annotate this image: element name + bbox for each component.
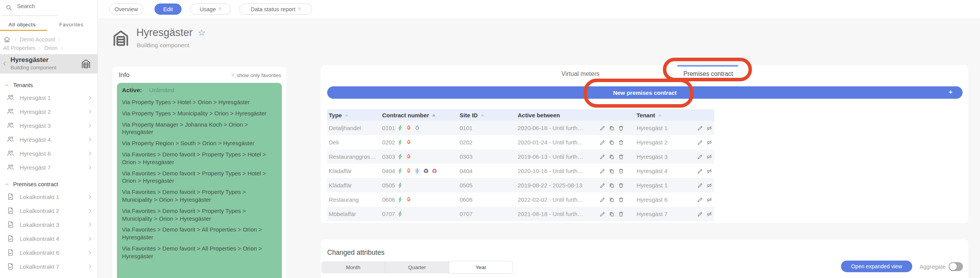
- sidebar-selected-item[interactable]: Hyresgäster Building component: [0, 54, 98, 74]
- chevron-right-icon[interactable]: [88, 151, 93, 156]
- sidebar-item-hyresgast-4[interactable]: Hyresgäst 4: [0, 132, 98, 146]
- chevron-right-icon[interactable]: [88, 222, 93, 227]
- tab-all-objects[interactable]: All objects: [9, 22, 36, 27]
- trash-icon[interactable]: [618, 182, 624, 189]
- pencil-icon[interactable]: [599, 197, 606, 203]
- trash-icon[interactable]: [618, 211, 624, 217]
- aggregate-toggle[interactable]: [949, 262, 963, 271]
- breadcrumb-all-properties[interactable]: All Properties: [3, 45, 35, 52]
- column-header-tenant[interactable]: Tenant: [637, 109, 662, 121]
- pencil-icon[interactable]: [599, 168, 606, 174]
- sidebar-item-lokalkontrakt-1[interactable]: Lokalkontrakt 1: [0, 190, 98, 204]
- pencil-icon[interactable]: [599, 154, 606, 160]
- unlink-icon[interactable]: [706, 154, 712, 160]
- unlink-icon[interactable]: [706, 182, 712, 189]
- copy-icon[interactable]: [609, 168, 615, 174]
- unlink-icon[interactable]: [706, 211, 712, 217]
- column-header-type[interactable]: Type: [329, 109, 349, 121]
- unlink-icon[interactable]: [706, 125, 712, 131]
- sort-icon[interactable]: [658, 113, 662, 117]
- column-header-contract-number[interactable]: Contract number: [382, 109, 436, 121]
- type-cell: Restauranggros…: [329, 149, 381, 164]
- sidebar-item-hyresgast-7[interactable]: Hyresgäst 7: [0, 160, 98, 174]
- section-header-tenants[interactable]: Tenants: [0, 80, 98, 91]
- usage-button[interactable]: Usage ▽: [190, 3, 231, 15]
- sidebar-item-lokalkontrakt-4[interactable]: Lokalkontrakt 4: [0, 232, 98, 245]
- chevron-right-icon[interactable]: [88, 165, 93, 170]
- copy-icon[interactable]: [609, 139, 615, 146]
- pencil-icon[interactable]: [697, 182, 703, 189]
- copy-icon[interactable]: [609, 211, 615, 217]
- chevron-right-icon[interactable]: [88, 264, 93, 269]
- info-panel-title: Info: [119, 71, 130, 79]
- unlink-icon[interactable]: [706, 168, 712, 174]
- period-year[interactable]: Year: [449, 261, 513, 273]
- pencil-icon[interactable]: [599, 125, 606, 131]
- sort-icon[interactable]: [432, 113, 436, 117]
- pencil-icon[interactable]: [599, 182, 606, 189]
- tab-premises-contract[interactable]: Premises contract: [644, 65, 772, 83]
- chevron-right-icon: [38, 46, 42, 50]
- trash-icon[interactable]: [618, 125, 624, 131]
- copy-icon[interactable]: [609, 197, 615, 203]
- sidebar-item-hyresgast-2[interactable]: Hyresgäst 2: [0, 105, 98, 118]
- table-row: Möbelaffär 0707 0707 2021-08-18 - Until …: [327, 207, 714, 221]
- pencil-icon[interactable]: [599, 211, 606, 217]
- trash-icon[interactable]: [618, 197, 624, 203]
- chevron-right-icon[interactable]: [88, 194, 93, 199]
- people-icon: [6, 107, 15, 116]
- chevron-right-icon[interactable]: [88, 236, 93, 241]
- sidebar-item-lokalkontrakt-2[interactable]: Lokalkontrakt 2: [0, 204, 98, 218]
- chevron-right-icon[interactable]: [88, 123, 93, 128]
- trash-icon[interactable]: [618, 139, 624, 146]
- search-input[interactable]: [17, 3, 87, 9]
- period-quarter[interactable]: Quarter: [385, 261, 449, 273]
- pencil-icon[interactable]: [697, 168, 703, 174]
- open-expanded-view-button[interactable]: Open expanded view: [841, 261, 912, 272]
- section-header-premises-contract[interactable]: Premises contract: [0, 179, 98, 190]
- copy-icon[interactable]: [609, 125, 615, 131]
- sort-icon[interactable]: [345, 113, 349, 117]
- sidebar-item-hyresgast-6[interactable]: Hyresgäst 6: [0, 146, 98, 160]
- home-icon[interactable]: [3, 36, 11, 43]
- unlink-icon[interactable]: [706, 139, 712, 146]
- chevron-right-icon[interactable]: [88, 109, 93, 114]
- sort-icon[interactable]: [481, 113, 485, 117]
- sidebar-item-hyresgast-3[interactable]: Hyresgäst 3: [0, 118, 98, 132]
- pencil-icon[interactable]: [697, 211, 703, 217]
- pencil-icon[interactable]: [599, 139, 606, 146]
- contract-number-cell: 0404♻♻: [382, 164, 438, 178]
- show-only-favorites-toggle[interactable]: ▽ show only favorites: [232, 72, 281, 78]
- favorite-star-icon[interactable]: ☆: [198, 27, 206, 38]
- chevron-right-icon[interactable]: [88, 208, 93, 213]
- copy-icon[interactable]: [609, 182, 615, 189]
- chevron-right-icon[interactable]: [88, 250, 93, 255]
- pencil-icon[interactable]: [697, 154, 703, 160]
- chevron-right-icon[interactable]: [88, 137, 93, 142]
- pencil-icon[interactable]: [697, 197, 703, 203]
- chevron-left-icon[interactable]: [2, 61, 7, 66]
- sidebar-item-lokalkontrakt-7[interactable]: Lokalkontrakt 7: [0, 259, 98, 273]
- pencil-icon[interactable]: [697, 139, 703, 146]
- sidebar-item-lokalkontrakt-3[interactable]: Lokalkontrakt 3: [0, 218, 98, 232]
- sidebar-item-lokalkontrakt-6[interactable]: Lokalkontrakt 6: [0, 245, 98, 259]
- pencil-icon[interactable]: [697, 125, 703, 131]
- trash-icon[interactable]: [618, 168, 624, 174]
- via-path: Via Favorites > Demo favorit > All Prope…: [122, 226, 277, 241]
- copy-icon[interactable]: [609, 154, 615, 160]
- new-premises-contract-button[interactable]: New premises contract +: [327, 86, 963, 99]
- column-header-site-id[interactable]: Site ID: [460, 109, 485, 121]
- sidebar-item-hyresgast-1[interactable]: Hyresgäst 1: [0, 91, 98, 105]
- tab-favorites[interactable]: Favorites: [59, 22, 84, 27]
- tab-virtual-meters[interactable]: Virtual meters: [517, 65, 644, 83]
- data-status-report-button[interactable]: Data status report ▽: [239, 3, 312, 15]
- unlink-icon[interactable]: [706, 197, 712, 203]
- via-path: Via Property Types > Hotel > Orion > Hyr…: [122, 98, 277, 106]
- overview-button[interactable]: Overview: [109, 3, 143, 15]
- edit-button[interactable]: Edit: [154, 3, 182, 15]
- breadcrumb-orion[interactable]: Orion: [44, 45, 57, 52]
- breadcrumb-demo-account[interactable]: Demo Account: [20, 36, 55, 43]
- trash-icon[interactable]: [618, 154, 624, 160]
- chevron-right-icon[interactable]: [88, 95, 93, 100]
- period-month[interactable]: Month: [321, 261, 385, 273]
